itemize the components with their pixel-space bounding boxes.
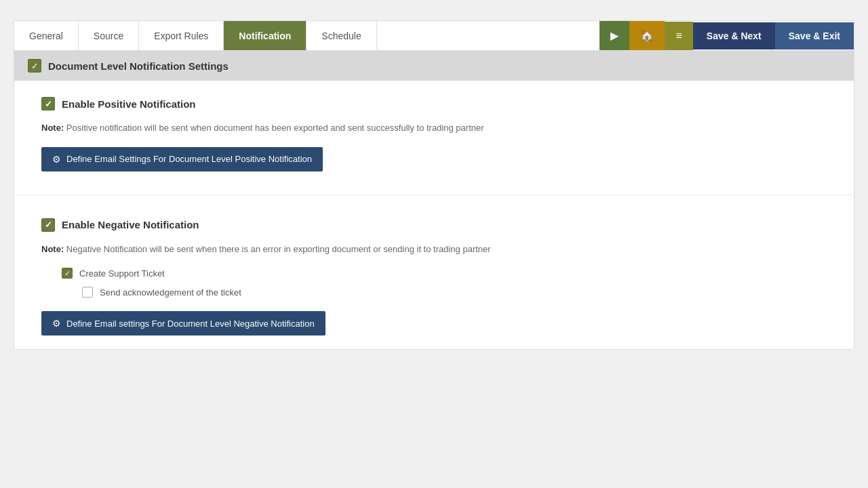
negative-note-text: Negative Notification will be sent when … [66, 244, 491, 254]
positive-section: ✓ Enable Positive Notification Note: Pos… [14, 81, 854, 188]
positive-checkbox[interactable]: ✓ [41, 97, 55, 110]
tab-source[interactable]: Source [79, 21, 139, 50]
negative-note: Note: Negative Notification will be sent… [41, 243, 827, 256]
tab-list: General Source Export Rules Notification… [14, 21, 377, 50]
create-support-ticket-row: ✓ Create Support Ticket [62, 268, 827, 279]
positive-define-email-button[interactable]: ⚙ Define Email Settings For Document Lev… [41, 147, 323, 171]
negative-define-email-label: Define Email settings For Document Level… [66, 319, 315, 329]
tab-schedule[interactable]: Schedule [307, 21, 376, 50]
create-support-ticket-checkbox[interactable]: ✓ [62, 268, 73, 279]
negative-gear-icon: ⚙ [52, 318, 61, 329]
play-button[interactable]: ▶ [599, 21, 629, 50]
positive-title-row: ✓ Enable Positive Notification [41, 97, 827, 110]
save-exit-button[interactable]: Save & Exit [775, 22, 854, 49]
positive-note: Note: Positive notification will be sent… [41, 121, 827, 135]
negative-title: Enable Negative Notification [62, 219, 199, 230]
send-acknowledgement-checkbox[interactable] [82, 287, 93, 298]
content-area: ✓ Document Level Notification Settings ✓… [14, 51, 854, 349]
top-bar: General Source Export Rules Notification… [14, 21, 854, 51]
create-support-ticket-label: Create Support Ticket [79, 268, 165, 279]
negative-sub-options: ✓ Create Support Ticket Send acknowledge… [62, 268, 827, 298]
section-header-title: Document Level Notification Settings [48, 60, 229, 72]
negative-note-bold: Note: [41, 244, 64, 254]
main-card: General Source Export Rules Notification… [14, 20, 854, 350]
negative-checkbox[interactable]: ✓ [41, 218, 55, 232]
positive-gear-icon: ⚙ [52, 154, 61, 165]
negative-define-email-button[interactable]: ⚙ Define Email settings For Document Lev… [41, 311, 326, 336]
top-actions: ▶ 🏠 ≡ Save & Next Save & Exit [599, 21, 854, 50]
section-header: ✓ Document Level Notification Settings [14, 51, 854, 81]
tab-notification[interactable]: Notification [224, 21, 307, 50]
section-divider [14, 195, 854, 195]
send-acknowledgement-label: Send acknowledgement of the ticket [100, 287, 241, 298]
tab-export-rules[interactable]: Export Rules [139, 21, 224, 50]
home-button[interactable]: 🏠 [629, 21, 665, 50]
negative-section: ✓ Enable Negative Notification Note: Neg… [14, 202, 854, 350]
tab-general[interactable]: General [14, 21, 79, 50]
negative-title-row: ✓ Enable Negative Notification [41, 218, 827, 232]
save-next-button[interactable]: Save & Next [693, 22, 775, 49]
positive-title: Enable Positive Notification [62, 98, 196, 110]
send-acknowledgement-row: Send acknowledgement of the ticket [82, 287, 827, 298]
settings-button[interactable]: ≡ [665, 22, 692, 50]
positive-note-text: Positive notification will be sent when … [66, 123, 484, 133]
positive-note-bold: Note: [41, 123, 64, 133]
page-wrapper: General Source Export Rules Notification… [0, 0, 868, 488]
section-header-checkbox[interactable]: ✓ [28, 59, 41, 73]
positive-define-email-label: Define Email Settings For Document Level… [66, 154, 312, 164]
